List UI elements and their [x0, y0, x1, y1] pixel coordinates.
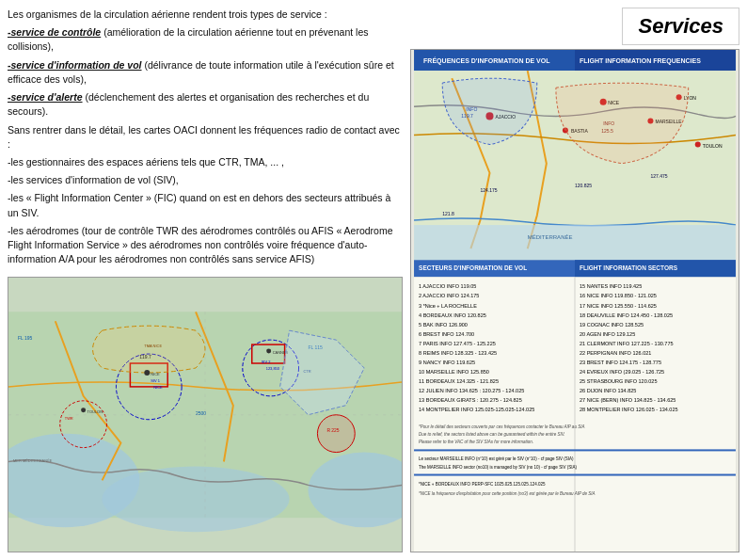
svg-point-47	[695, 142, 701, 148]
para2: Sans rentrer dans le détail, les cartes …	[8, 123, 403, 152]
service1-paragraph: -service de contrôle (amélioration de la…	[8, 25, 403, 54]
svg-text:13  BORDEAUX GIRATS : 120.275 : 13 BORDEAUX GIRATS : 120.275 - 124.825	[419, 397, 522, 403]
svg-text:2  AJACCIO INFO 124.175: 2 AJACCIO INFO 124.175	[419, 293, 479, 298]
svg-text:*Pour le détail des secteurs c: *Pour le détail des secteurs couverts pa…	[419, 424, 584, 429]
svg-text:Please refer to the VAC of the: Please refer to the VAC of the SIV SIAs …	[419, 440, 533, 444]
svg-text:FLIGHT INFORMATION FREQUENCIES: FLIGHT INFORMATION FREQUENCIES	[580, 57, 701, 65]
svg-text:120.825: 120.825	[575, 183, 592, 188]
svg-text:12  JULIEN INFO 134.625 : 120.: 12 JULIEN INFO 134.625 : 120.275 - 124.0…	[419, 388, 524, 393]
svg-text:Due to relief, the sectors lis: Due to relief, the sectors listed above …	[419, 432, 565, 437]
svg-text:124.175: 124.175	[480, 187, 497, 193]
svg-text:MER MÉDITERRANÉE: MER MÉDITERRANÉE	[13, 457, 53, 462]
svg-text:25  STRASBOURG INFO 120.025: 25 STRASBOURG INFO 120.025	[580, 378, 657, 384]
svg-text:4  BORDEAUX INFO 120.825: 4 BORDEAUX INFO 120.825	[419, 312, 486, 318]
bottom-map: 119.7 SIV 1 NICE SIV 2 123,850 TWR TMA N…	[8, 277, 403, 553]
svg-text:19  COGNAC INFO 128.525: 19 COGNAC INFO 128.525	[580, 322, 644, 328]
svg-text:127.475: 127.475	[650, 173, 667, 179]
svg-text:TWR: TWR	[65, 415, 73, 420]
main-text: Les organismes de la circulation aérienn…	[8, 8, 403, 271]
svg-text:FL 195: FL 195	[18, 336, 33, 341]
svg-point-20	[81, 408, 86, 412]
svg-text:TOULON: TOULON	[87, 408, 103, 413]
svg-text:28  MONTPELIER INFO 126.025 - : 28 MONTPELIER INFO 126.025 - 134.025	[580, 407, 678, 412]
svg-rect-57	[414, 225, 736, 260]
svg-text:TMA NICE: TMA NICE	[144, 344, 162, 348]
svg-point-25	[317, 414, 355, 452]
svg-text:16  NICE INFO 119.850 - 121.02: 16 NICE INFO 119.850 - 121.025	[580, 293, 657, 298]
service3-paragraph: -service d'alerte (déclenchement des ale…	[8, 90, 403, 119]
right-map: FRÉQUENCES D'INFORMATION DE VOL FLIGHT I…	[410, 49, 739, 552]
svg-text:SECTEURS D'INFORMATION DE VOL: SECTEURS D'INFORMATION DE VOL	[419, 264, 527, 271]
svg-text:9  NANCY INFO 119.625: 9 NANCY INFO 119.625	[419, 360, 475, 365]
service2-label: -service d'information de vol	[8, 59, 142, 71]
svg-text:15  NANTES INFO 119.425: 15 NANTES INFO 119.425	[580, 283, 642, 289]
svg-text:123,850: 123,850	[266, 365, 280, 370]
svg-text:TOULON: TOULON	[703, 143, 723, 149]
svg-text:SIV 2: SIV 2	[262, 360, 271, 364]
svg-text:*NICE + BORDEAUX INFO PERP-SFC: *NICE + BORDEAUX INFO PERP-SFC 1025.025.…	[419, 482, 546, 487]
bullet3: -les « Flight Information Center » (FIC)…	[8, 191, 403, 219]
svg-text:CTR: CTR	[304, 368, 311, 373]
svg-text:5  BAK INFO 126.900: 5 BAK INFO 126.900	[419, 322, 468, 328]
svg-text:INFO: INFO	[603, 120, 614, 126]
svg-text:24  EVREUX INFO (29.025 - 126.: 24 EVREUX INFO (29.025 - 126.725	[580, 369, 664, 375]
intro-paragraph: Les organismes de la circulation aérienn…	[8, 8, 403, 22]
svg-text:11  BORDEAUX 124.325 - 121.825: 11 BORDEAUX 124.325 - 121.825	[419, 378, 499, 384]
service2-paragraph: -service d'information de vol (délivranc…	[8, 58, 403, 87]
svg-text:10  MARSEILLE INFO 125.850: 10 MARSEILLE INFO 125.850	[419, 369, 489, 375]
service3-label: -service d'alerte	[8, 91, 83, 103]
svg-text:21  CLERMONT INFO 127.225 - 13: 21 CLERMONT INFO 127.225 - 130.775	[580, 341, 674, 346]
svg-text:8  REIMS INFO 128.325 - 123.42: 8 REIMS INFO 128.325 - 123.425	[419, 350, 497, 356]
bullet4: -les aérodromes (tour de contrôle TWR de…	[8, 224, 403, 267]
svg-text:NICE: NICE	[151, 371, 160, 376]
svg-point-18	[266, 348, 271, 353]
svg-text:7  PARIS INFO 127.475 - 125.22: 7 PARIS INFO 127.475 - 125.225	[419, 341, 496, 346]
svg-text:*NICE la fréquence d'exploitat: *NICE la fréquence d'exploitation pour c…	[419, 491, 596, 496]
svg-text:NICE: NICE	[153, 384, 163, 389]
svg-rect-96	[414, 449, 736, 451]
svg-text:1  AJACCIO INFO 119.05: 1 AJACCIO INFO 119.05	[419, 283, 476, 289]
svg-text:22  PERPIGNAN INFO 126.021: 22 PERPIGNAN INFO 126.021	[580, 350, 651, 356]
svg-text:Le secteur MARSEILLE INFO (n°1: Le secteur MARSEILLE INFO (n°10) est gér…	[419, 456, 574, 461]
page-title: Services	[622, 8, 739, 45]
service1-label: -service de contrôle	[8, 26, 101, 38]
svg-text:26  DIJON INFO 134.825: 26 DIJON INFO 134.825	[580, 388, 636, 393]
svg-rect-99	[414, 474, 736, 476]
svg-text:14  MONTPELIER INFO 125.025-12: 14 MONTPELIER INFO 125.025-125.025-124.0…	[419, 407, 534, 412]
svg-point-16	[144, 369, 150, 375]
svg-text:6  BREST INFO 124.700: 6 BREST INFO 124.700	[419, 331, 474, 337]
svg-text:27  NICE (BERN) INFO 134.825 -: 27 NICE (BERN) INFO 134.825 - 134.625	[580, 397, 675, 403]
svg-text:121.8: 121.8	[442, 211, 454, 216]
svg-text:FRÉQUENCES D'INFORMATION DE VO: FRÉQUENCES D'INFORMATION DE VOL	[423, 56, 550, 65]
svg-point-2	[103, 466, 290, 532]
bullet1: -les gestionnaires des espaces aériens t…	[8, 155, 403, 169]
svg-text:INFO: INFO	[466, 106, 477, 112]
svg-text:119.7: 119.7	[461, 113, 473, 119]
svg-text:18  DEAUVILLE INFO 124.450 - 1: 18 DEAUVILLE INFO 124.450 - 128.025	[580, 312, 673, 318]
svg-text:17  NICE INFO 125.550 - 114.62: 17 NICE INFO 125.550 - 114.625	[580, 303, 657, 309]
svg-text:2500: 2500	[196, 410, 206, 415]
svg-text:The MARSEILLE INFO sector (no1: The MARSEILLE INFO sector (no10) is mana…	[419, 465, 577, 470]
svg-text:FLIGHT INFORMATION SECTORS: FLIGHT INFORMATION SECTORS	[580, 264, 678, 271]
svg-text:R 225: R 225	[326, 427, 339, 432]
svg-text:3  *Nice + LA ROCHELLE: 3 *Nice + LA ROCHELLE	[419, 303, 477, 309]
svg-text:23  BREST INFO 124.175 - 128.7: 23 BREST INFO 124.175 - 128.775	[580, 360, 661, 365]
svg-text:20  AGEN INFO 129.125: 20 AGEN INFO 129.125	[580, 331, 635, 337]
svg-text:SIV 1: SIV 1	[151, 377, 160, 382]
svg-text:125.5: 125.5	[601, 128, 613, 134]
bullet2: -les services d'information de vol (SIV)…	[8, 173, 403, 187]
svg-text:MÉDITERRANÉE: MÉDITERRANÉE	[528, 234, 573, 240]
